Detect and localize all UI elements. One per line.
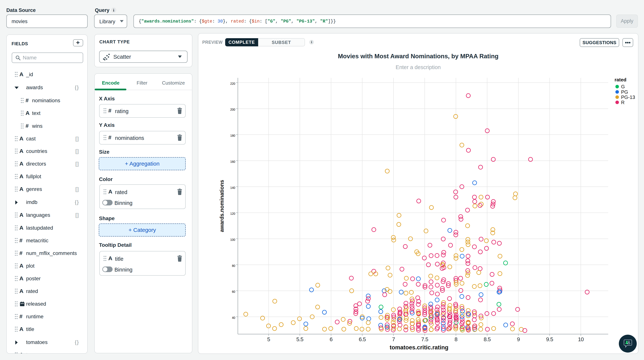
svg-text:8.5: 8.5 — [484, 336, 490, 342]
svg-text:6: 6 — [330, 336, 332, 342]
svg-text:60: 60 — [232, 290, 235, 293]
svg-text:220: 220 — [230, 82, 235, 85]
svg-text:100: 100 — [230, 238, 235, 241]
svg-text:5: 5 — [267, 336, 270, 342]
svg-text:G: G — [621, 84, 625, 89]
svg-text:7: 7 — [392, 336, 395, 342]
svg-text:awards.nominations: awards.nominations — [219, 180, 225, 232]
svg-text:tomatoes.critic.rating: tomatoes.critic.rating — [390, 344, 448, 351]
svg-text:rated: rated — [614, 77, 626, 82]
svg-text:7.5: 7.5 — [421, 336, 428, 342]
svg-text:80: 80 — [232, 264, 235, 267]
svg-text:9.5: 9.5 — [546, 336, 553, 342]
svg-text:40: 40 — [232, 316, 235, 319]
svg-text:9: 9 — [517, 336, 520, 342]
svg-text:R: R — [621, 100, 624, 105]
svg-text:200: 200 — [230, 108, 235, 111]
svg-text:6.5: 6.5 — [359, 336, 366, 342]
svg-text:PG: PG — [621, 89, 628, 95]
svg-text:PG-13: PG-13 — [621, 94, 635, 100]
svg-text:8: 8 — [454, 336, 457, 342]
svg-text:180: 180 — [230, 134, 235, 137]
svg-text:10: 10 — [578, 336, 584, 342]
svg-text:160: 160 — [230, 160, 235, 163]
svg-text:140: 140 — [230, 186, 235, 189]
svg-text:120: 120 — [230, 212, 235, 215]
svg-text:5.5: 5.5 — [296, 336, 303, 342]
